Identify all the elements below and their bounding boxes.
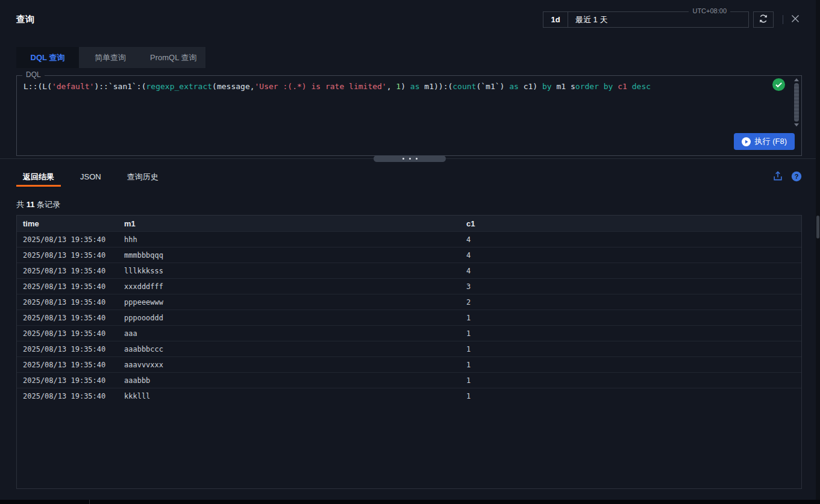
result-tab-json[interactable]: JSON — [74, 167, 108, 187]
query-token: m1 s — [552, 82, 575, 91]
table-cell-m1: kkklll — [124, 392, 466, 400]
table-row: 2025/08/13 19:35:40kkklll1 — [17, 388, 801, 403]
scroll-down-icon[interactable] — [794, 123, 799, 126]
query-token: 1 — [396, 82, 401, 91]
close-button[interactable] — [789, 13, 802, 26]
query-token — [627, 82, 632, 91]
table-cell-time: 2025/08/13 19:35:40 — [17, 235, 124, 244]
timezone-label: UTC+08:00 — [689, 7, 730, 14]
column-header-m1: m1 — [124, 219, 466, 228]
table-cell-time: 2025/08/13 19:35:40 — [17, 376, 124, 385]
result-tab-result[interactable]: 返回结果 — [16, 167, 61, 187]
time-duration-badge[interactable]: 1d — [543, 12, 568, 27]
query-token — [599, 82, 604, 91]
table-row: 2025/08/13 19:35:40aaabbbccc1 — [17, 341, 801, 356]
query-token: )::`san1`:( — [94, 82, 146, 91]
table-cell-c1: 4 — [466, 235, 801, 244]
results-table: timem1c1 2025/08/13 19:35:40hhh42025/08/… — [16, 215, 802, 489]
table-cell-time: 2025/08/13 19:35:40 — [17, 392, 124, 400]
splitter-dot — [402, 158, 404, 160]
dql-editor-panel: DQL L::(L('default')::`san1`:(regexp_ext… — [16, 75, 802, 156]
close-icon — [790, 14, 800, 26]
bottom-edge-divider — [89, 500, 90, 504]
query-tab-simple[interactable]: 简单查询 — [79, 47, 142, 68]
query-tab-promql[interactable]: PromQL 查询 — [142, 47, 205, 68]
query-token: 'User :(.*) is rate limited' — [255, 82, 387, 91]
query-token: (message, — [212, 82, 254, 91]
query-token: by — [542, 82, 552, 91]
table-cell-c1: 1 — [466, 392, 801, 400]
table-cell-c1: 4 — [466, 251, 801, 260]
table-cell-m1: hhh — [124, 235, 466, 244]
query-token: order — [575, 82, 599, 91]
table-cell-time: 2025/08/13 19:35:40 — [17, 345, 124, 353]
header-controls: 1d 最近 1 天 UTC+08:00 — [543, 11, 802, 28]
table-cell-c1: 4 — [466, 267, 801, 275]
table-header-row: timem1c1 — [17, 216, 801, 231]
query-token: count — [452, 82, 476, 91]
page-scrollbar-thumb[interactable] — [816, 216, 819, 238]
table-row: 2025/08/13 19:35:40mmmbbbqqq4 — [17, 247, 801, 263]
editor-scrollbar-thumb[interactable] — [794, 83, 799, 122]
table-cell-m1: aaabbbccc — [124, 345, 466, 353]
table-row: 2025/08/13 19:35:40pppoooddd1 — [17, 310, 801, 325]
query-token: , — [387, 82, 396, 91]
query-tab-dql[interactable]: DQL 查询 — [16, 47, 79, 68]
record-count: 共 11 条记录 — [16, 199, 60, 210]
table-cell-m1: xxxdddfff — [124, 282, 466, 291]
table-row: 2025/08/13 19:35:40aaa1 — [17, 325, 801, 341]
query-token: as — [509, 82, 519, 91]
table-cell-m1: aaavvvxxx — [124, 361, 466, 369]
table-row: 2025/08/13 19:35:40lllkkksss4 — [17, 263, 801, 278]
query-token: desc — [632, 82, 651, 91]
table-cell-m1: pppoooddd — [124, 314, 466, 322]
query-token: c1 — [618, 82, 627, 91]
table-cell-c1: 1 — [466, 329, 801, 338]
splitter-dot — [409, 158, 411, 160]
refresh-button[interactable] — [753, 11, 774, 28]
table-cell-m1: lllkkksss — [124, 267, 466, 275]
time-range-picker[interactable]: 1d 最近 1 天 UTC+08:00 — [543, 11, 749, 28]
table-cell-c1: 1 — [466, 361, 801, 369]
table-cell-c1: 3 — [466, 282, 801, 291]
table-cell-c1: 2 — [466, 298, 801, 306]
table-cell-m1: pppeeewww — [124, 298, 466, 306]
query-token: (`m1`) — [476, 82, 509, 91]
splitter-handle[interactable] — [374, 155, 446, 162]
time-range-label[interactable]: 最近 1 天 — [568, 14, 607, 25]
editor-scrollbar[interactable] — [793, 77, 800, 128]
table-cell-c1: 1 — [466, 314, 801, 322]
table-row: 2025/08/13 19:35:40xxxdddfff3 — [17, 278, 801, 294]
execute-button[interactable]: 执行 (F8) — [734, 133, 795, 150]
valid-check-icon — [772, 78, 785, 91]
table-row: 2025/08/13 19:35:40aaavvvxxx1 — [17, 356, 801, 372]
result-tab-history[interactable]: 查询历史 — [120, 167, 165, 187]
query-tabs: DQL 查询简单查询PromQL 查询 — [16, 47, 205, 68]
table-row: 2025/08/13 19:35:40aaabbb1 — [17, 372, 801, 388]
table-cell-m1: aaa — [124, 329, 466, 338]
table-cell-time: 2025/08/13 19:35:40 — [17, 282, 124, 291]
query-token: as — [410, 82, 420, 91]
table-row: 2025/08/13 19:35:40hhh4 — [17, 231, 801, 247]
export-button[interactable] — [772, 171, 783, 182]
query-token: c1) — [519, 82, 542, 91]
query-token: by — [604, 82, 613, 91]
query-token: ) — [401, 82, 410, 91]
dql-query-input[interactable]: L::(L('default')::`san1`:(regexp_extract… — [17, 76, 790, 128]
table-cell-time: 2025/08/13 19:35:40 — [17, 267, 124, 275]
scroll-up-icon[interactable] — [794, 78, 799, 81]
result-actions: ? — [772, 171, 802, 182]
table-cell-time: 2025/08/13 19:35:40 — [17, 314, 124, 322]
query-token: L::(L( — [23, 82, 52, 91]
query-token: m1)):( — [420, 82, 453, 91]
table-cell-time: 2025/08/13 19:35:40 — [17, 361, 124, 369]
record-count-number: 11 — [27, 200, 35, 209]
page-scrollbar[interactable] — [816, 0, 820, 500]
table-cell-c1: 1 — [466, 345, 801, 353]
help-button[interactable]: ? — [791, 171, 802, 182]
header-divider — [783, 15, 783, 24]
table-cell-time: 2025/08/13 19:35:40 — [17, 329, 124, 338]
table-cell-c1: 1 — [466, 376, 801, 385]
svg-text:?: ? — [795, 173, 799, 180]
result-tabs: 返回结果JSON查询历史 — [16, 167, 178, 187]
